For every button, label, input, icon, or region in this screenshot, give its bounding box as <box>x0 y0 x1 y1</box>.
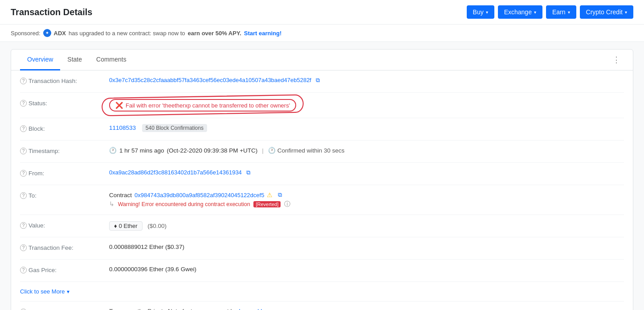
exchange-chevron-icon: ▾ <box>534 10 536 15</box>
copy-from-icon[interactable]: ⧉ <box>246 169 250 176</box>
exchange-button[interactable]: Exchange ▾ <box>498 5 542 19</box>
tabs-container: Overview State Comments ⋮ <box>11 50 633 70</box>
block-help-icon[interactable]: ? <box>20 125 27 132</box>
from-help-icon[interactable]: ? <box>20 170 27 177</box>
tx-fee-label: ? Transaction Fee: <box>20 244 109 251</box>
private-note-label: ? Private Note: <box>20 308 109 310</box>
timestamp-value: 🕐 1 hr 57 mins ago (Oct-22-2020 09:39:38… <box>109 147 624 154</box>
top-bar: Transaction Details Buy ▾ Exchange ▾ Ear… <box>0 0 644 25</box>
buy-chevron-icon: ▾ <box>486 10 488 15</box>
info-circle-icon: ⓘ <box>284 201 290 207</box>
ether-diamond-icon: ♦ <box>114 223 117 229</box>
value-label: ? Value: <box>20 221 109 229</box>
tab-overview[interactable]: Overview <box>20 50 60 70</box>
to-address-line: Contract 0x984743a39db800a9af8582af39024… <box>109 191 624 198</box>
login-link[interactable]: Logged In <box>239 308 265 310</box>
page-title: Transaction Details <box>11 7 92 17</box>
tx-fee-value: 0.0008889012 Ether ($0.37) <box>109 244 624 250</box>
to-warning-line: ↳ Warning! Error encountered during cont… <box>109 200 624 208</box>
block-label: ? Block: <box>20 124 109 132</box>
tab-more-menu-button[interactable]: ⋮ <box>609 53 624 66</box>
warning-triangle-icon: ⚠ <box>267 191 273 198</box>
clock-icon: 🕐 <box>109 147 117 154</box>
down-arrow-icon: ▾ <box>67 289 69 295</box>
status-label: ? Status: <box>20 99 109 107</box>
header-buttons: Buy ▾ Exchange ▾ Earn ▾ Crypto Credit ▾ <box>467 5 633 19</box>
status-help-icon[interactable]: ? <box>20 100 27 107</box>
copy-hash-icon[interactable]: ⧉ <box>316 77 320 83</box>
detail-section: ? Transaction Hash: 0x3e7c7d35c28c2cfaaa… <box>11 70 633 310</box>
tab-comments[interactable]: Comments <box>89 50 134 70</box>
start-earning-link[interactable]: Start earning! <box>244 30 282 37</box>
gas-price-help-icon[interactable]: ? <box>20 267 27 273</box>
timestamp-label: ? Timestamp: <box>20 147 109 154</box>
tx-hash-row: ? Transaction Hash: 0x3e7c7d35c28c2cfaaa… <box>20 70 624 93</box>
block-number-link[interactable]: 11108533 <box>109 124 136 131</box>
status-row: ? Status: ❌ Fail with error 'theetherxp … <box>20 93 624 118</box>
value-value: ♦ 0 Ether ($0.00) <box>109 221 624 231</box>
status-error-badge: ❌ Fail with error 'theetherxp cannot be … <box>109 99 296 112</box>
to-address-link[interactable]: 0x984743a39db800a9af8582af39024045122dce… <box>135 192 264 198</box>
sponsored-label: Sponsored: <box>11 30 41 37</box>
gas-price-label: ? Gas Price: <box>20 266 109 273</box>
to-help-icon[interactable]: ? <box>20 192 27 199</box>
status-value: ❌ Fail with error 'theetherxp cannot be … <box>109 99 624 112</box>
copy-to-icon[interactable]: ⧉ <box>278 191 282 198</box>
sponsored-earn-text: earn over 50% APY. <box>188 30 241 37</box>
from-label: ? From: <box>20 169 109 177</box>
value-row: ? Value: ♦ 0 Ether ($0.00) <box>20 215 624 237</box>
private-note-value: To access the Private Note feature, you … <box>109 308 624 310</box>
to-row: ? To: Contract 0x984743a39db800a9af8582a… <box>20 185 624 215</box>
confirmed-badge: 🕐 Confirmed within 30 secs <box>268 147 345 154</box>
block-confirmations-badge: 540 Block Confirmations <box>142 124 207 132</box>
crypto-credit-chevron-icon: ▾ <box>625 10 627 15</box>
click-more-button[interactable]: Click to see More ▾ <box>20 282 624 302</box>
tx-fee-help-icon[interactable]: ? <box>20 244 27 251</box>
tx-fee-row: ? Transaction Fee: 0.0008889012 Ether ($… <box>20 237 624 260</box>
earn-chevron-icon: ▾ <box>568 10 570 15</box>
sponsored-bar: Sponsored: ✦ ADX has upgraded to a new c… <box>0 25 644 42</box>
timestamp-row: ? Timestamp: 🕐 1 hr 57 mins ago (Oct-22-… <box>20 141 624 163</box>
value-usd: ($0.00) <box>147 223 167 229</box>
tab-state[interactable]: State <box>60 50 89 70</box>
sponsored-message: has upgraded to a new contract: swap now… <box>69 30 185 37</box>
tx-hash-help-icon[interactable]: ? <box>20 78 27 84</box>
crypto-credit-button[interactable]: Crypto Credit ▾ <box>580 5 633 19</box>
value-ether-badge: ♦ 0 Ether <box>109 221 143 231</box>
private-note-row: ? Private Note: To access the Private No… <box>20 302 624 310</box>
from-value: 0xa9ac28ad86d2f3c88163402d1b7a566e143619… <box>109 169 624 176</box>
tx-hash-value: 0x3e7c7d35c28c2cfaaabbf57fa3463cef56ec03… <box>109 77 624 84</box>
buy-button[interactable]: Buy ▾ <box>467 5 494 19</box>
block-row: ? Block: 11108533 540 Block Confirmation… <box>20 118 624 141</box>
from-row: ? From: 0xa9ac28ad86d2f3c88163402d1b7a56… <box>20 163 624 185</box>
reverted-badge: [Reverted] <box>253 201 281 207</box>
gas-price-row: ? Gas Price: 0.0000000396 Ether (39.6 Gw… <box>20 260 624 282</box>
timestamp-help-icon[interactable]: ? <box>20 148 27 154</box>
main-card: Overview State Comments ⋮ ? Transaction … <box>11 49 633 310</box>
earn-button[interactable]: Earn ▾ <box>546 5 576 19</box>
adx-logo-icon: ✦ <box>43 29 51 37</box>
block-value: 11108533 540 Block Confirmations <box>109 124 624 131</box>
to-label: ? To: <box>20 191 109 199</box>
adx-name: ADX <box>54 30 66 37</box>
tx-hash-label: ? Transaction Hash: <box>20 77 109 84</box>
checkmark-icon: 🕐 <box>268 147 276 154</box>
to-value: Contract 0x984743a39db800a9af8582af39024… <box>109 191 624 208</box>
error-circle-icon: ❌ <box>115 102 123 109</box>
from-address-link[interactable]: 0xa9ac28ad86d2f3c88163402d1b7a566e143619… <box>109 169 242 176</box>
gas-price-value: 0.0000000396 Ether (39.6 Gwei) <box>109 266 624 273</box>
value-help-icon[interactable]: ? <box>20 222 27 229</box>
